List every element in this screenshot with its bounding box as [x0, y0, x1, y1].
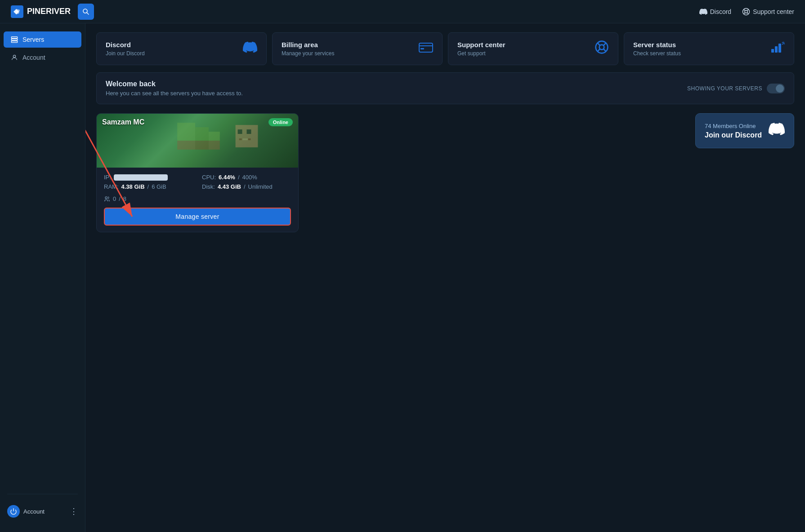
svg-rect-30 — [195, 141, 209, 150]
sidebar-item-account[interactable]: Account — [4, 49, 81, 66]
svg-line-6 — [747, 13, 748, 14]
server-name: Samzam MC — [102, 118, 144, 126]
quicklink-support-sub: Get support — [457, 50, 505, 57]
account-icon — [11, 54, 18, 61]
svg-line-5 — [744, 9, 745, 10]
sidebar-item-servers[interactable]: Servers — [4, 31, 81, 48]
sidebar-account-menu[interactable]: ⋮ — [70, 506, 78, 516]
welcome-title: Welcome back — [106, 80, 243, 88]
servers-main: Samzam MC Online IP: CPU: — [96, 113, 686, 232]
players-row: 0 / 8 — [104, 195, 291, 202]
main-content: Discord Join our Discord Billing area Ma… — [85, 23, 805, 532]
quicklink-billing-sub: Manage your services — [282, 50, 334, 57]
quicklink-billing-icon — [419, 42, 433, 56]
svg-rect-16 — [420, 48, 424, 49]
discord-promo-text: 74 Members Online Join our Discord — [705, 123, 762, 139]
servers-grid: Samzam MC Online IP: CPU: — [96, 113, 686, 232]
stat-disk: Disk: 4.43 GiB / Unlimited — [202, 183, 291, 190]
quicklink-support[interactable]: Support center Get support — [448, 32, 618, 65]
nav-support-label: Support center — [753, 8, 794, 15]
cpu-value: 6.44% — [219, 174, 235, 181]
stat-cpu: CPU: 6.44% / 400% — [202, 174, 291, 181]
logo: PINERIVER — [11, 5, 71, 18]
server-status-badge: Online — [268, 118, 293, 126]
nav-right: Discord Support center — [699, 8, 794, 16]
top-navigation: PINERIVER Discord Support cen — [0, 0, 805, 23]
quicklink-status-text: Server status Check server status — [633, 41, 681, 57]
disk-total: Unlimited — [248, 183, 273, 190]
svg-line-19 — [598, 43, 600, 46]
quicklink-billing[interactable]: Billing area Manage your services — [272, 32, 443, 65]
svg-rect-24 — [775, 46, 778, 53]
svg-point-12 — [13, 55, 15, 58]
svg-line-21 — [604, 43, 606, 46]
cpu-total-val: 400% — [242, 174, 257, 181]
players-max: 8 — [123, 195, 126, 202]
search-icon — [82, 8, 89, 15]
welcome-subtitle: Here you can see all the servers you hav… — [106, 90, 243, 97]
svg-line-22 — [598, 49, 600, 52]
toggle-switch[interactable] — [767, 84, 785, 93]
svg-rect-11 — [11, 41, 17, 42]
quicklink-status-sub: Check server status — [633, 50, 681, 57]
nav-left: PINERIVER — [11, 4, 94, 20]
quicklink-status-title: Server status — [633, 41, 681, 49]
showing-toggle: SHOWING YOUR SERVERS — [687, 84, 785, 93]
brand-name: PINERIVER — [27, 7, 71, 16]
nav-support-link[interactable]: Support center — [742, 8, 794, 16]
svg-line-7 — [747, 9, 748, 10]
logo-icon — [11, 5, 23, 18]
svg-rect-38 — [248, 138, 250, 140]
cpu-total: / — [238, 174, 240, 181]
toggle-label: SHOWING YOUR SERVERS — [687, 85, 762, 92]
svg-rect-33 — [236, 125, 258, 147]
quicklink-billing-text: Billing area Manage your services — [282, 41, 334, 57]
svg-rect-29 — [195, 127, 209, 141]
svg-rect-35 — [247, 129, 251, 134]
discord-icon — [699, 8, 707, 16]
svg-rect-10 — [11, 39, 17, 40]
welcome-banner: Welcome back Here you can see all the se… — [96, 72, 794, 104]
quicklink-discord-title: Discord — [106, 41, 145, 49]
ip-value-blurred — [114, 174, 168, 181]
discord-cta: Join our Discord — [705, 131, 762, 139]
nav-discord-link[interactable]: Discord — [699, 8, 731, 16]
quicklink-support-title: Support center — [457, 41, 505, 49]
quicklink-status[interactable]: Server status Check server status — [624, 32, 794, 65]
ram-label: RAM: — [104, 183, 119, 190]
stat-ip: IP: — [104, 174, 193, 181]
svg-line-2 — [87, 13, 89, 14]
search-button[interactable] — [78, 4, 94, 20]
server-card-samzam: Samzam MC Online IP: CPU: — [96, 113, 299, 232]
players-current: 0 — [113, 195, 116, 202]
quicklink-status-icon — [769, 41, 785, 57]
svg-rect-32 — [209, 141, 220, 150]
quick-links-row: Discord Join our Discord Billing area Ma… — [96, 32, 794, 65]
quicklink-discord-text: Discord Join our Discord — [106, 41, 145, 57]
sidebar-divider — [7, 494, 78, 494]
sidebar-account-label: Account — [22, 54, 45, 61]
discord-promo-card[interactable]: 74 Members Online Join our Discord — [695, 113, 794, 148]
svg-rect-25 — [778, 44, 781, 53]
sidebar: Servers Account Account ⋮ — [0, 23, 85, 532]
svg-rect-28 — [177, 141, 195, 150]
sidebar-account-bottom[interactable]: Account ⋮ — [4, 501, 81, 521]
svg-rect-27 — [177, 123, 195, 141]
disk-sep: / — [244, 183, 246, 190]
manage-server-button[interactable]: Manage server — [104, 208, 291, 226]
power-icon — [7, 505, 20, 518]
server-card-body: IP: CPU: 6.44% / 400% — [97, 168, 298, 232]
quicklink-discord[interactable]: Discord Join our Discord — [96, 32, 267, 65]
sidebar-bottom: Account ⋮ — [0, 498, 85, 525]
svg-rect-9 — [11, 37, 17, 38]
ip-label: IP: — [104, 174, 111, 181]
disk-value: 4.43 GiB — [218, 183, 241, 190]
svg-point-18 — [599, 45, 604, 50]
svg-rect-14 — [419, 43, 433, 52]
cpu-label: CPU: — [202, 174, 216, 181]
svg-rect-36 — [239, 138, 242, 140]
players-icon — [104, 196, 110, 202]
ram-sep: / — [148, 183, 149, 190]
sidebar-account-name: Account — [23, 508, 66, 515]
quicklink-support-text: Support center Get support — [457, 41, 505, 57]
